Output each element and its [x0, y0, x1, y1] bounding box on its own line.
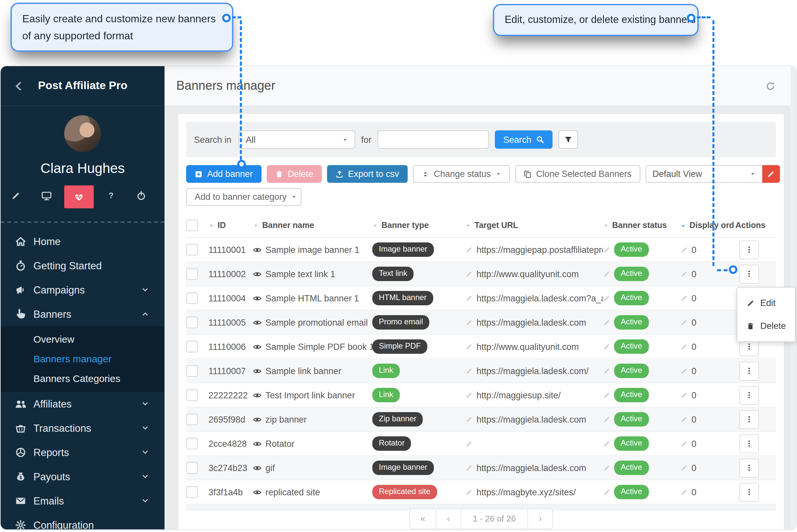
- inline-edit-pencil-icon[interactable]: [465, 440, 472, 447]
- eye-icon[interactable]: [253, 245, 261, 254]
- inline-edit-pencil-icon[interactable]: [680, 416, 688, 423]
- inline-edit-pencil-icon[interactable]: [680, 489, 688, 496]
- select-all-checkbox[interactable]: [186, 220, 198, 231]
- row-checkbox[interactable]: [186, 486, 198, 498]
- help-icon[interactable]: ?: [106, 191, 116, 201]
- row-checkbox[interactable]: [186, 462, 198, 474]
- inline-edit-pencil-icon[interactable]: [680, 464, 688, 471]
- column-header-banner-type[interactable]: Banner type: [372, 221, 465, 230]
- clone-selected-button[interactable]: Clone Selected Banners: [515, 165, 640, 183]
- row-checkbox[interactable]: [186, 341, 198, 353]
- eye-icon[interactable]: [253, 463, 261, 472]
- edit-profile-icon[interactable]: [11, 191, 20, 201]
- menu-item-edit[interactable]: Edit: [737, 291, 795, 315]
- eye-icon[interactable]: [253, 439, 261, 448]
- heartbeat-button[interactable]: [64, 185, 94, 208]
- delete-button[interactable]: Delete: [267, 165, 322, 183]
- row-checkbox[interactable]: [186, 389, 198, 401]
- inline-edit-pencil-icon[interactable]: [465, 319, 472, 326]
- sidebar-subitem-banners-categories[interactable]: Banners Categories: [1, 369, 165, 388]
- sidebar-item-payouts[interactable]: $Payouts: [1, 464, 165, 489]
- row-actions-button[interactable]: [739, 264, 759, 283]
- sidebar-item-configuration[interactable]: Configuration: [1, 513, 165, 530]
- sidebar-item-getting-started[interactable]: Getting Started: [1, 253, 165, 278]
- inline-edit-pencil-icon[interactable]: [680, 367, 688, 375]
- inline-edit-pencil-icon[interactable]: [603, 367, 610, 375]
- sidebar-item-banners[interactable]: Banners: [1, 302, 165, 326]
- column-header-id[interactable]: ID: [208, 221, 253, 230]
- sidebar-subitem-banners-manager[interactable]: Banners manager: [1, 349, 165, 369]
- row-checkbox[interactable]: [186, 317, 198, 328]
- inline-edit-pencil-icon[interactable]: [603, 489, 610, 496]
- inline-edit-pencil-icon[interactable]: [465, 367, 472, 375]
- inline-edit-pencil-icon[interactable]: [465, 343, 472, 350]
- row-actions-button[interactable]: [739, 385, 759, 404]
- pagination-first-button[interactable]: «: [410, 509, 435, 529]
- sidebar-item-transactions[interactable]: Transactions: [1, 416, 165, 440]
- row-actions-button[interactable]: [739, 458, 759, 477]
- row-actions-button[interactable]: [739, 361, 759, 380]
- row-actions-button[interactable]: [739, 410, 759, 429]
- row-actions-button[interactable]: [739, 240, 759, 259]
- inline-edit-pencil-icon[interactable]: [603, 246, 610, 253]
- default-view-select[interactable]: Default View: [645, 165, 762, 183]
- column-header-banner-name[interactable]: Banner name: [253, 221, 372, 230]
- inline-edit-pencil-icon[interactable]: [680, 343, 688, 350]
- row-checkbox[interactable]: [186, 244, 198, 255]
- search-input[interactable]: [377, 130, 489, 149]
- sidebar-subitem-overview[interactable]: Overview: [1, 329, 165, 349]
- inline-edit-pencil-icon[interactable]: [680, 319, 688, 326]
- inline-edit-pencil-icon[interactable]: [465, 392, 472, 399]
- inline-edit-pencil-icon[interactable]: [603, 270, 610, 278]
- inline-edit-pencil-icon[interactable]: [465, 246, 472, 253]
- menu-item-delete[interactable]: Delete: [737, 315, 795, 337]
- inline-edit-pencil-icon[interactable]: [680, 392, 688, 399]
- collapse-sidebar-icon[interactable]: [14, 81, 24, 91]
- edit-view-button[interactable]: [762, 165, 780, 183]
- eye-icon[interactable]: [253, 294, 261, 302]
- filter-button[interactable]: [558, 130, 578, 149]
- eye-icon[interactable]: [253, 318, 261, 327]
- refresh-icon[interactable]: [765, 81, 775, 91]
- pagination-prev-button[interactable]: ‹: [436, 509, 460, 529]
- inline-edit-pencil-icon[interactable]: [603, 319, 610, 326]
- row-checkbox[interactable]: [186, 413, 198, 425]
- inline-edit-pencil-icon[interactable]: [603, 294, 610, 302]
- row-checkbox[interactable]: [186, 292, 198, 304]
- eye-icon[interactable]: [253, 342, 261, 351]
- eye-icon[interactable]: [253, 366, 261, 375]
- monitor-icon[interactable]: [41, 191, 52, 201]
- row-checkbox[interactable]: [186, 365, 198, 377]
- column-header-display-ord[interactable]: Display ord: [680, 221, 735, 230]
- add-to-category-button[interactable]: Add to banner category: [186, 188, 301, 206]
- sidebar-item-affiliates[interactable]: Affiliates: [1, 392, 165, 416]
- inline-edit-pencil-icon[interactable]: [465, 294, 472, 302]
- logout-icon[interactable]: [136, 191, 146, 201]
- eye-icon[interactable]: [253, 415, 261, 423]
- sidebar-item-emails[interactable]: Emails: [1, 489, 165, 513]
- sidebar-item-reports[interactable]: Reports: [1, 440, 165, 464]
- inline-edit-pencil-icon[interactable]: [680, 270, 688, 278]
- column-header-target-url[interactable]: Target URL: [465, 221, 603, 230]
- sidebar-item-campaigns[interactable]: Campaigns: [1, 278, 165, 302]
- inline-edit-pencil-icon[interactable]: [465, 416, 472, 423]
- inline-edit-pencil-icon[interactable]: [603, 464, 610, 471]
- search-in-select[interactable]: All: [239, 130, 355, 149]
- row-checkbox[interactable]: [186, 268, 198, 280]
- sidebar-item-home[interactable]: Home: [1, 229, 165, 253]
- row-actions-button[interactable]: [739, 434, 759, 453]
- inline-edit-pencil-icon[interactable]: [603, 416, 610, 423]
- inline-edit-pencil-icon[interactable]: [603, 392, 610, 399]
- search-button[interactable]: Search: [495, 130, 553, 149]
- export-csv-button[interactable]: Export to csv: [327, 165, 408, 183]
- inline-edit-pencil-icon[interactable]: [680, 294, 688, 302]
- eye-icon[interactable]: [253, 488, 261, 496]
- column-header-actions[interactable]: Actions: [735, 221, 776, 230]
- eye-icon[interactable]: [253, 270, 261, 278]
- inline-edit-pencil-icon[interactable]: [603, 343, 610, 350]
- inline-edit-pencil-icon[interactable]: [680, 440, 688, 447]
- column-header-banner-status[interactable]: Banner status: [603, 221, 680, 230]
- inline-edit-pencil-icon[interactable]: [465, 464, 472, 471]
- eye-icon[interactable]: [253, 391, 261, 399]
- row-checkbox[interactable]: [186, 438, 198, 450]
